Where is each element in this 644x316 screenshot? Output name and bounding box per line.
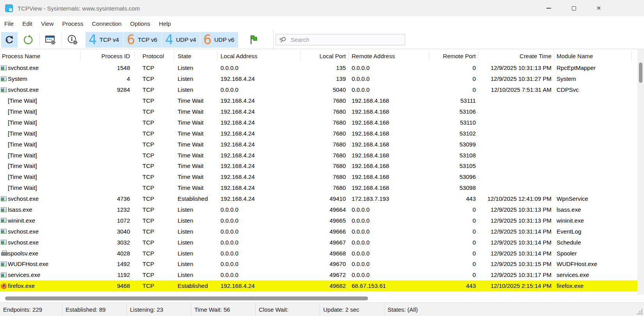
table-row-svchost-exe[interactable]: svchost.exe4736TCPEstablished192.168.4.2… [0, 193, 644, 204]
column-header-protocol[interactable]: Protocol [135, 49, 174, 62]
cell-remote-port: 53098 [429, 184, 479, 191]
cell-process-name: services.exe [0, 271, 81, 278]
process-properties-button[interactable] [42, 32, 59, 48]
cell-local-port: 49666 [301, 228, 349, 235]
cell-local-port: 7680 [301, 97, 349, 104]
service-icon [1, 272, 7, 277]
cell-local-address: 192.168.4.24 [217, 173, 301, 180]
menu-view[interactable]: View [37, 20, 58, 27]
title-bar: TCPView - Sysinternals: www.sysinternals… [0, 0, 644, 16]
table-row-time-wait[interactable]: [Time Wait]TCPTime Wait192.168.4.2476801… [0, 106, 644, 117]
cell-protocol: TCP [135, 119, 174, 126]
table-row-time-wait[interactable]: [Time Wait]TCPTime Wait192.168.4.2476801… [0, 150, 644, 161]
column-header-create-time[interactable]: Create Time [479, 49, 554, 62]
status-established: Established: 89 [62, 303, 127, 316]
search-box[interactable] [276, 34, 405, 45]
status-endpoints: Endpoints: 229 [0, 303, 62, 316]
column-header-state[interactable]: State [174, 49, 217, 62]
table-row-lsass-exe[interactable]: lsass.exe1232TCPListen0.0.0.0496640.0.0.… [0, 204, 644, 215]
toggle-tcp-v4[interactable]: 4TCP v4 [85, 32, 123, 48]
cell-local-address: 192.168.4.24 [217, 195, 301, 202]
process-name-text: System [8, 75, 27, 82]
table-row-services-exe[interactable]: services.exe1192TCPListen0.0.0.0496720.0… [0, 270, 644, 280]
maximize-button[interactable] [561, 0, 586, 16]
column-header-module-name[interactable]: Module Name [554, 49, 632, 62]
cell-remote-address: 192.168.4.168 [349, 97, 429, 104]
cell-state: Listen [174, 239, 217, 246]
search-input[interactable] [290, 36, 405, 43]
menu-connection[interactable]: Connection [87, 20, 126, 27]
refresh-button[interactable] [1, 32, 18, 48]
cell-local-port: 49668 [301, 250, 349, 257]
cell-create-time: 12/10/2025 2:15:14 PM [479, 282, 554, 289]
table-row-wudfhost-exe[interactable]: WUDFHost.exe1492TCPListen0.0.0.0496700.0… [0, 259, 644, 270]
table-row-time-wait[interactable]: [Time Wait]TCPTime Wait192.168.4.2476801… [0, 128, 644, 139]
minimize-button[interactable] [536, 0, 561, 16]
menu-options[interactable]: Options [126, 20, 155, 27]
horizontal-scrollbar[interactable] [0, 295, 644, 302]
cell-local-address: 192.168.4.24 [217, 108, 301, 115]
toggle-tcp-v6[interactable]: 6TCP v6 [124, 32, 162, 48]
toggle-udp-v4[interactable]: 4UDP v4 [162, 32, 200, 48]
process-name-text: services.exe [8, 271, 40, 278]
menu-process[interactable]: Process [58, 20, 87, 27]
table-row-svchost-exe[interactable]: svchost.exe9284TCPListen0.0.0.050400.0.0… [0, 84, 644, 95]
menu-edit[interactable]: Edit [18, 20, 37, 27]
cell-remote-address: 0.0.0.0 [349, 261, 429, 267]
horizontal-scrollbar-thumb[interactable] [5, 296, 368, 300]
menu-help[interactable]: Help [155, 20, 175, 27]
pause-refresh-button[interactable] [20, 32, 36, 48]
column-header-process-id[interactable]: Process ID [81, 49, 135, 62]
process-name-text: spoolsv.exe [8, 250, 38, 257]
cell-process-name: wininit.exe [0, 217, 81, 224]
table-row-svchost-exe[interactable]: svchost.exe3032TCPListen0.0.0.0496670.0.… [0, 237, 644, 248]
cell-remote-port: 53111 [429, 97, 479, 104]
refresh-green-icon [22, 34, 34, 46]
cell-create-time: 12/9/2025 10:31:15 PM [479, 261, 554, 267]
column-header-local-address[interactable]: Local Address [217, 49, 301, 62]
table-row-time-wait[interactable]: [Time Wait]TCPTime Wait192.168.4.2476801… [0, 95, 644, 106]
connection-info-button[interactable] [64, 32, 81, 48]
resize-grip-icon[interactable] [637, 309, 642, 314]
table-row-system[interactable]: System4TCPListen192.168.4.241390.0.0.001… [0, 73, 644, 84]
table-row-time-wait[interactable]: [Time Wait]TCPTime Wait192.168.4.2476801… [0, 139, 644, 150]
table-row-svchost-exe[interactable]: svchost.exe3040TCPListen0.0.0.0496660.0.… [0, 226, 644, 237]
cell-remote-address: 0.0.0.0 [349, 228, 429, 235]
toggle-udp-v6[interactable]: 6UDP v6 [200, 32, 238, 48]
table-row-time-wait[interactable]: [Time Wait]TCPTime Wait192.168.4.2476801… [0, 117, 644, 128]
table-row-time-wait[interactable]: [Time Wait]TCPTime Wait192.168.4.2476801… [0, 161, 644, 171]
cell-protocol: TCP [135, 282, 174, 289]
cell-local-address: 0.0.0.0 [217, 206, 301, 213]
table-row-firefox-exe[interactable]: firefox.exe9468TCPEstablished192.168.4.2… [0, 280, 644, 291]
table-row-wininit-exe[interactable]: wininit.exe1072TCPListen0.0.0.0496650.0.… [0, 215, 644, 226]
cell-state: Time Wait [174, 119, 217, 126]
cell-local-address: 192.168.4.24 [217, 141, 301, 148]
column-header-process-name[interactable]: Process Name [0, 49, 81, 62]
table-row-time-wait[interactable]: [Time Wait]TCPTime Wait192.168.4.2476801… [0, 171, 644, 182]
cell-state: Time Wait [174, 108, 217, 115]
column-header-remote-port[interactable]: Remote Port [429, 49, 479, 62]
cell-local-address: 192.168.4.24 [217, 152, 301, 159]
column-header-remote-address[interactable]: Remote Address [349, 49, 429, 62]
cell-create-time: 12/9/2025 10:31:13 PM [479, 217, 554, 224]
cell-protocol: TCP [135, 86, 174, 93]
cell-module-name: CDPSvc [554, 86, 632, 93]
close-button[interactable]: ✕ [586, 0, 611, 16]
process-name-text: svchost.exe [8, 228, 39, 235]
vertical-scrollbar[interactable] [637, 49, 644, 295]
cell-local-port: 49664 [301, 206, 349, 213]
cell-local-port: 49665 [301, 217, 349, 224]
column-header-local-port[interactable]: Local Port [301, 49, 349, 62]
menu-file[interactable]: File [0, 20, 18, 27]
vertical-scrollbar-thumb[interactable] [639, 62, 642, 83]
cell-process-name: [Time Wait] [0, 119, 81, 126]
table-row-spoolsv-exe[interactable]: spoolsv.exe4028TCPListen0.0.0.0496680.0.… [0, 248, 644, 259]
refresh-icon [4, 34, 15, 45]
cell-process-name: svchost.exe [0, 239, 81, 246]
cell-protocol: TCP [135, 195, 174, 202]
table-row-svchost-exe[interactable]: svchost.exe1548TCPListen0.0.0.01350.0.0.… [0, 62, 644, 73]
flag-button[interactable] [245, 32, 262, 48]
table-row-time-wait[interactable]: [Time Wait]TCPTime Wait192.168.4.2476801… [0, 182, 644, 193]
process-name-text: [Time Wait] [8, 184, 37, 191]
cell-local-address: 0.0.0.0 [217, 86, 301, 93]
